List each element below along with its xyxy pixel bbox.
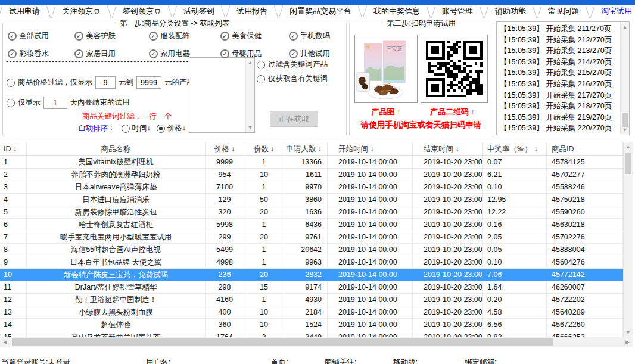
price-min-input[interactable]	[95, 76, 116, 89]
keyword-filter-radio[interactable]: 过滤含关键词产品	[257, 60, 328, 70]
fetch-list-button[interactable]: 正在获取	[270, 111, 318, 127]
column-header[interactable]: ID ↓	[0, 142, 27, 155]
scroll-up-icon[interactable]: ▲	[621, 22, 629, 32]
price-filter-radio[interactable]: 商品价格过滤，仅显示 元到 元的产品	[7, 76, 194, 89]
log-entry: 【15:05:39】 开始采集 215/270页	[497, 67, 620, 79]
category-checkbox[interactable]: ✓全部试用	[8, 31, 49, 41]
table-row[interactable]: 6哈士奇创意复古红酒柜5998164362019-10-14 00:002019…	[0, 219, 623, 231]
sort-option[interactable]: 价格↓	[157, 123, 186, 133]
table-cell: 2019-10-14 00:00	[328, 294, 413, 306]
scroll-right-icon[interactable]: ►	[622, 337, 633, 347]
category-checkbox[interactable]: ✓母婴用品	[220, 49, 262, 59]
radio-icon	[257, 61, 265, 69]
scroll-up-icon[interactable]: ▲	[246, 58, 254, 67]
column-header[interactable]: 价格 ↓	[206, 142, 244, 155]
scroll-down-icon[interactable]: ▼	[624, 328, 633, 337]
column-header[interactable]: 份数 ↓	[244, 142, 284, 155]
tab-4[interactable]: 活动签到	[175, 5, 223, 18]
table-row[interactable]: 13小绿膜去黑头粉刺面膜4001021842019-10-14 00:00201…	[0, 306, 623, 319]
table-cell: 298	[206, 281, 244, 294]
tab-5[interactable]: 试用报告	[228, 5, 276, 18]
table-cell: 4930	[284, 294, 328, 306]
category-checkbox[interactable]: ✓手机数码	[289, 31, 330, 41]
table-cell: 1764	[206, 331, 244, 337]
table-cell: 45888004	[547, 244, 623, 256]
keyword-listbox[interactable]: ▲ ▼	[189, 57, 255, 133]
category-checkbox[interactable]: ✓美容护肤	[74, 31, 116, 41]
table-row[interactable]: 8海信55吋超音画AI声控电视54991206422019-10-14 00:0…	[0, 244, 623, 256]
radio-icon[interactable]	[7, 79, 15, 87]
table-vertical-scrollbar[interactable]: ▲ ▼	[623, 142, 633, 337]
price-filter-prefix: 商品价格过滤，仅显示	[18, 77, 92, 88]
price-max-input[interactable]	[136, 76, 161, 89]
table-cell: 45772142	[547, 269, 623, 281]
table-cell: 6.56	[483, 319, 547, 331]
table-cell: 超值体验	[27, 319, 206, 331]
scrollbar-thumb[interactable]	[622, 113, 628, 127]
table-cell: 10	[244, 169, 284, 181]
radio-icon	[257, 75, 265, 83]
table-cell: 0.05	[483, 244, 547, 256]
log-scrollbar[interactable]: ▲ ▼	[620, 22, 629, 135]
column-header[interactable]: 开始时间 ↓	[328, 142, 413, 155]
status-item: 用户名:	[146, 357, 170, 364]
table-row[interactable]: 14超值体验3601015242019-10-14 00:002019-10-2…	[0, 319, 623, 331]
table-row[interactable]: 3日本airweave高弹薄床垫7100199702019-10-14 00:0…	[0, 181, 623, 194]
checkbox-checked-icon: ✓	[149, 49, 158, 58]
listbox-scrollbar[interactable]: ▲ ▼	[245, 58, 254, 132]
table-cell: 2019-10-20 23:00	[413, 156, 483, 169]
table-row[interactable]: 1美国vitamix破壁料理机99991133662019-10-14 00:0…	[0, 156, 623, 169]
scrollbar-thumb[interactable]	[12, 338, 553, 346]
table-row[interactable]: 11DrJart/蒂佳婷积雪草精华2981591742019-10-14 00:…	[0, 281, 623, 294]
radio-icon[interactable]	[7, 99, 15, 107]
tab-10[interactable]: 常见问题	[539, 5, 588, 18]
table-row[interactable]: 5新房装修除甲醛活性炭包3202016362019-10-14 00:00201…	[0, 206, 623, 219]
qr-code-label: 产品二维码 ↑	[417, 107, 488, 117]
scroll-left-icon[interactable]: ◄	[0, 337, 10, 347]
category-label: 彩妆香水	[19, 49, 49, 59]
keyword-filter-radio[interactable]: 仅获取含有关键词	[257, 74, 328, 84]
tab-1[interactable]: 试用申请	[0, 5, 49, 18]
table-row[interactable]: 9日本百年书包品牌 天使之翼4998199632019-10-14 00:002…	[0, 256, 623, 269]
table-row[interactable]: 12勒丁卫浴挺起中国制造！4160149302019-10-14 00:0020…	[0, 294, 623, 306]
scrollbar-thumb[interactable]	[625, 153, 631, 174]
scroll-up-icon[interactable]: ▲	[624, 142, 633, 151]
table-row[interactable]: 10新会特产陈皮三宝茶，免费试喝2362028322019-10-14 00:0…	[0, 269, 623, 281]
table-row[interactable]: 2养胎不养肉的澳洲孕妇奶粉9541016112019-10-14 00:0020…	[0, 169, 623, 181]
category-checkbox[interactable]: ✓其他试用	[289, 49, 330, 59]
tab-9[interactable]: 辅助功能	[486, 5, 535, 18]
table-cell: 日本airweave高弹薄床垫	[27, 181, 206, 194]
days-filter-radio[interactable]: 仅显示 天内要结束的试用	[7, 97, 130, 109]
table-cell: 0.20	[483, 294, 547, 306]
column-header[interactable]: 中奖率（‰） ↓	[483, 142, 547, 155]
category-checkbox[interactable]: ✓家用电器	[149, 49, 190, 59]
sort-option[interactable]: 时间↓	[122, 123, 151, 133]
column-header[interactable]: 商品ID	[547, 142, 623, 155]
category-label: 手机数码	[300, 31, 330, 41]
column-header[interactable]: 商品名称	[27, 142, 206, 155]
category-checkbox[interactable]: ✓美食保健	[220, 31, 262, 41]
scroll-down-icon[interactable]: ▼	[246, 123, 254, 132]
category-checkbox[interactable]: ✓家居日用	[74, 49, 116, 59]
table-cell: 7100	[206, 181, 244, 194]
tab-2[interactable]: 关注领京豆	[53, 5, 110, 18]
table-cell: 1524	[284, 319, 328, 331]
tab-7[interactable]: 我的中奖信息	[365, 5, 429, 18]
tab-8[interactable]: 账号管理	[433, 5, 482, 18]
tab-11[interactable]: 淘宝试用（单独功能）	[592, 5, 635, 18]
table-row[interactable]: 15高山乌龙茶新西兰国宝礼茶1764234492019-10-14 00:002…	[0, 331, 623, 337]
category-checkbox[interactable]: ✓服装配饰	[149, 31, 190, 41]
tab-3[interactable]: 签到领京豆	[114, 5, 170, 18]
days-input[interactable]	[43, 97, 67, 109]
category-label: 家用电器	[160, 49, 190, 59]
qr-code-image	[421, 35, 488, 103]
table-cell: 日本进口痘痘消消乐	[27, 194, 206, 206]
column-header[interactable]: 结束时间 ↓	[413, 142, 483, 155]
category-checkbox[interactable]: ✓彩妆香水	[8, 49, 49, 59]
tab-6[interactable]: 闲置奖品交易平台	[281, 5, 360, 18]
table-cell: 9174	[284, 281, 328, 294]
column-header[interactable]: 申请人数 ↓	[284, 142, 328, 155]
table-row[interactable]: 7暖手宝充电宝两用小型暖宝宝试用2992097612019-10-14 00:0…	[0, 231, 623, 244]
table-row[interactable]: 4日本进口痘痘消消乐1295038602019-10-14 00:002019-…	[0, 194, 623, 206]
table-horizontal-scrollbar[interactable]: ◄ ►	[0, 337, 633, 347]
